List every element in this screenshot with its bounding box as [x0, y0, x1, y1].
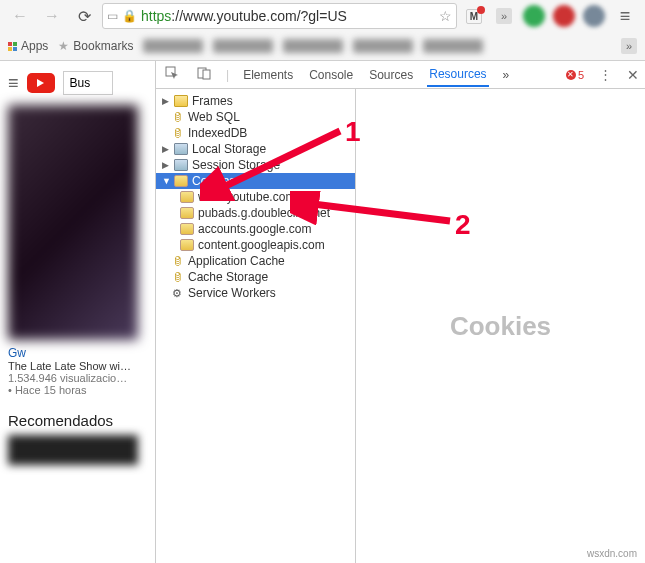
- cookie-icon: [180, 191, 194, 203]
- gear-icon: ⚙: [170, 287, 184, 299]
- forward-button[interactable]: →: [38, 2, 66, 30]
- devtools-panel: | Elements Console Sources Resources » ✕…: [155, 61, 645, 563]
- address-bar[interactable]: ▭ 🔒 https://www.youtube.com/?gl=US ☆: [102, 3, 457, 29]
- apps-grid-icon: [8, 42, 17, 51]
- video-time: • Hace 15 horas: [8, 384, 147, 396]
- devtools-tabbar: | Elements Console Sources Resources » ✕…: [156, 61, 645, 89]
- video-subtitle: The Late Late Show wi…: [8, 360, 147, 372]
- database-icon: 🛢: [170, 255, 184, 267]
- tree-service-workers[interactable]: ⚙Service Workers: [156, 285, 355, 301]
- bookmarks-overflow[interactable]: »: [621, 38, 637, 54]
- recommended-thumb[interactable]: [8, 435, 138, 465]
- gmail-extension-icon[interactable]: M: [461, 5, 487, 27]
- video-thumbnail[interactable]: [8, 105, 138, 340]
- back-button[interactable]: ←: [6, 2, 34, 30]
- cookie-icon: [180, 223, 194, 235]
- bookmark-blur-5[interactable]: [423, 39, 483, 53]
- apps-label: Apps: [21, 39, 48, 53]
- tree-session-storage[interactable]: ▶Session Storage: [156, 157, 355, 173]
- url-text[interactable]: https://www.youtube.com/?gl=US: [141, 8, 435, 24]
- tab-sources[interactable]: Sources: [367, 64, 415, 86]
- svg-rect-2: [203, 70, 210, 79]
- bookmarks-label: Bookmarks: [73, 39, 133, 53]
- devtools-menu-icon[interactable]: ⋮: [596, 64, 615, 85]
- video-views: 1.534.946 visualizacio…: [8, 372, 147, 384]
- device-icon[interactable]: [194, 63, 214, 86]
- bookmarks-folder[interactable]: ★ Bookmarks: [58, 39, 133, 53]
- youtube-search-input[interactable]: [63, 71, 113, 95]
- profile-blob-1[interactable]: [521, 5, 547, 27]
- cookie-host-google-accounts[interactable]: accounts.google.com: [156, 221, 355, 237]
- bookmark-blur-3[interactable]: [283, 39, 343, 53]
- tree-app-cache[interactable]: 🛢Application Cache: [156, 253, 355, 269]
- page-icon: ▭: [107, 9, 118, 23]
- youtube-page: ≡ Gw The Late Late Show wi… 1.534.946 vi…: [0, 61, 155, 563]
- apps-shortcut[interactable]: Apps: [8, 39, 48, 53]
- tab-console[interactable]: Console: [307, 64, 355, 86]
- tree-indexeddb[interactable]: 🛢IndexedDB: [156, 125, 355, 141]
- cookie-icon: [180, 207, 194, 219]
- video-title[interactable]: Gw: [8, 346, 147, 360]
- bookmark-blur-2[interactable]: [213, 39, 273, 53]
- chrome-menu-button[interactable]: ≡: [611, 2, 639, 30]
- cookie-host-youtube[interactable]: www.youtube.com: [156, 189, 355, 205]
- star-icon: ★: [58, 39, 69, 53]
- database-icon: 🛢: [170, 127, 184, 139]
- youtube-logo[interactable]: [27, 73, 55, 93]
- recomendados-heading: Recomendados: [8, 412, 147, 429]
- cookie-host-googleapis[interactable]: content.googleapis.com: [156, 237, 355, 253]
- tab-elements[interactable]: Elements: [241, 64, 295, 86]
- profile-blob-2[interactable]: [551, 5, 577, 27]
- tabs-overflow[interactable]: »: [501, 64, 512, 86]
- error-count-badge[interactable]: ✕5: [566, 69, 584, 81]
- tree-cache-storage[interactable]: 🛢Cache Storage: [156, 269, 355, 285]
- cookie-host-doubleclick[interactable]: pubads.g.doubleclick.net: [156, 205, 355, 221]
- devtools-close-icon[interactable]: ✕: [627, 67, 639, 83]
- tree-frames[interactable]: ▶Frames: [156, 93, 355, 109]
- nav-row: ← → ⟳ ▭ 🔒 https://www.youtube.com/?gl=US…: [0, 0, 645, 32]
- detail-heading: Cookies: [450, 311, 551, 342]
- cookie-icon: [174, 175, 188, 187]
- tab-resources[interactable]: Resources: [427, 63, 488, 87]
- browser-chrome: ← → ⟳ ▭ 🔒 https://www.youtube.com/?gl=US…: [0, 0, 645, 61]
- youtube-header: ≡: [8, 71, 147, 95]
- bookmark-star-icon[interactable]: ☆: [439, 8, 452, 24]
- lock-icon: 🔒: [122, 9, 137, 23]
- resources-tree: ▶Frames 🛢Web SQL 🛢IndexedDB ▶Local Stora…: [156, 89, 356, 563]
- storage-icon: [174, 159, 188, 171]
- annotation-label-1: 1: [345, 116, 361, 148]
- bookmarks-bar: Apps ★ Bookmarks »: [0, 32, 645, 60]
- youtube-menu-icon[interactable]: ≡: [8, 73, 19, 94]
- database-icon: 🛢: [170, 271, 184, 283]
- tree-cookies[interactable]: ▼Cookies: [156, 173, 355, 189]
- reload-button[interactable]: ⟳: [70, 2, 98, 30]
- tree-local-storage[interactable]: ▶Local Storage: [156, 141, 355, 157]
- cookie-icon: [180, 239, 194, 251]
- watermark: wsxdn.com: [587, 548, 637, 559]
- detail-pane: Cookies: [356, 89, 645, 563]
- bookmark-blur-1[interactable]: [143, 39, 203, 53]
- folder-icon: [174, 95, 188, 107]
- tree-websql[interactable]: 🛢Web SQL: [156, 109, 355, 125]
- annotation-label-2: 2: [455, 209, 471, 241]
- bookmark-blur-4[interactable]: [353, 39, 413, 53]
- extension-overflow[interactable]: »: [491, 5, 517, 27]
- database-icon: 🛢: [170, 111, 184, 123]
- inspect-icon[interactable]: [162, 63, 182, 86]
- profile-blob-3[interactable]: [581, 5, 607, 27]
- storage-icon: [174, 143, 188, 155]
